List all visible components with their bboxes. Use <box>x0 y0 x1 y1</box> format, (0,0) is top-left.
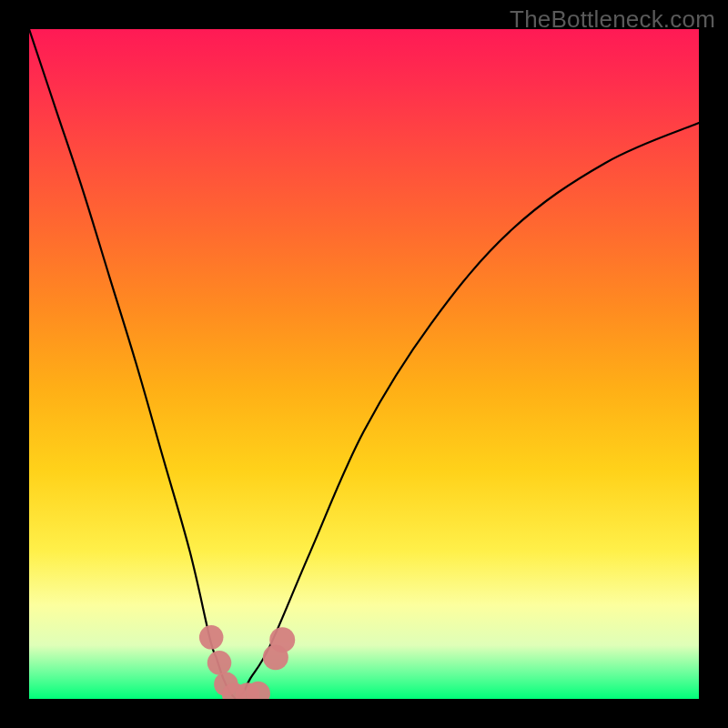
marker-group <box>199 625 295 699</box>
marker-left-mid <box>207 651 232 675</box>
bottleneck-curve <box>29 29 699 699</box>
chart-frame: TheBottleneck.com <box>0 0 728 728</box>
watermark-text: TheBottleneck.com <box>510 5 715 34</box>
overlay-svg <box>29 29 699 699</box>
marker-right-b <box>269 627 295 652</box>
marker-left-top <box>199 625 224 650</box>
plot-area <box>29 29 699 699</box>
